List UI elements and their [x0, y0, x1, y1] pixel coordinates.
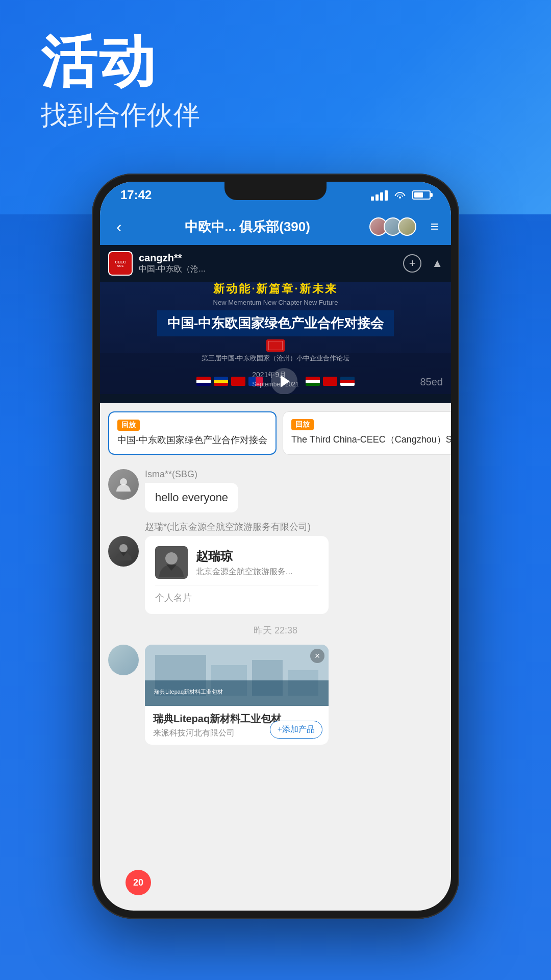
- business-card[interactable]: 赵瑞琼 北京金源全航空旅游服务... 个人名片: [145, 536, 329, 614]
- chat-area: Isma**(SBG) hello everyone 赵瑞*(北京金源全航空旅游…: [100, 463, 451, 759]
- flag-2: [214, 377, 228, 386]
- status-icons: [371, 189, 431, 201]
- chat-message-1: Isma**(SBG) hello everyone: [108, 469, 443, 512]
- video-collapse-button[interactable]: ▲: [432, 257, 443, 270]
- phone-frame: 17:42: [92, 174, 459, 919]
- nav-bar: ‹ 中欧中... 俱乐部(390) ≡: [100, 208, 451, 245]
- phone-notch: [224, 182, 327, 200]
- video-main-title: 中国-中东欧国家绿色产业合作对接会: [157, 310, 394, 336]
- svg-point-0: [120, 478, 127, 485]
- group-avatars: [369, 217, 416, 236]
- status-time: 17:42: [120, 188, 152, 202]
- time-divider: 昨天 22:38: [108, 624, 443, 636]
- chat-content-1: Isma**(SBG) hello everyone: [145, 469, 443, 512]
- video-id: 85ed: [420, 376, 443, 388]
- video-sub-section: [266, 339, 285, 352]
- chat-avatar-1: [108, 469, 139, 500]
- product-avatar: [108, 645, 139, 675]
- flag-3: [231, 377, 245, 386]
- flag-1: [196, 377, 211, 386]
- bc-username: 赵瑞*(北京金源全航空旅游服务有限公司): [145, 521, 443, 533]
- wifi-icon: [394, 189, 406, 201]
- tab-card-1[interactable]: 回放 中国-中东欧国家绿色产业合作对接会: [108, 411, 277, 455]
- chat-avatar-2: [108, 536, 139, 567]
- video-plus-button[interactable]: +: [403, 254, 421, 273]
- product-card[interactable]: 瑞典Litepaq新材料工业包材 × 瑞典Litepaq新材料工业包材 来派科技…: [145, 645, 329, 745]
- chat-bubble-1: hello everyone: [145, 483, 238, 512]
- header-subtitle: 找到合作伙伴: [41, 97, 200, 133]
- product-content: 瑞典Litepaq新材料工业包材 × 瑞典Litepaq新材料工业包材 来派科技…: [145, 645, 329, 745]
- china-logo: [266, 339, 285, 352]
- delete-button[interactable]: ×: [310, 649, 324, 663]
- battery-icon: [412, 190, 431, 200]
- bc-label: 个人名片: [155, 592, 318, 604]
- add-product-button[interactable]: +添加产品: [270, 721, 322, 739]
- phone-screen: 17:42: [100, 182, 451, 911]
- tab-badge-2: 回放: [291, 419, 314, 430]
- video-title-small-cn: 新动能·新篇章·新未来: [213, 282, 337, 297]
- video-title-small-en: New Mementum New Chapter New Future: [213, 299, 338, 306]
- video-content[interactable]: 新动能·新篇章·新未来 New Mementum New Chapter New…: [100, 282, 451, 394]
- tab-badge-1: 回放: [117, 420, 140, 431]
- flag-7: [340, 377, 355, 386]
- video-header: CEEC SME cangzh** 中国-中东欧（沧... + ▲: [100, 245, 451, 282]
- bc-name: 赵瑞琼: [196, 548, 318, 565]
- svg-point-1: [119, 544, 128, 552]
- svg-point-3: [165, 552, 178, 565]
- notification-badge[interactable]: 20: [126, 870, 151, 895]
- bc-company: 北京金源全航空旅游服务...: [196, 567, 318, 577]
- video-username: cangzh**: [139, 252, 397, 264]
- header-title: 活动: [41, 31, 200, 92]
- svg-text:瑞典Litepaq新材料工业包材: 瑞典Litepaq新材料工业包材: [154, 689, 223, 695]
- tab-card-2[interactable]: 回放 The Third China-CEEC（Cangzhou）SME Coo…: [283, 411, 451, 455]
- bc-avatar: [155, 546, 188, 579]
- signal-icon: [371, 189, 388, 201]
- tab-card-text-2: The Third China-CEEC（Cangzhou）SME Cooper…: [291, 433, 451, 446]
- video-area: CEEC SME cangzh** 中国-中东欧（沧... + ▲: [100, 245, 451, 403]
- avatar-3: [398, 217, 416, 236]
- product-message: 瑞典Litepaq新材料工业包材 × 瑞典Litepaq新材料工业包材 来派科技…: [108, 645, 443, 745]
- product-image: 瑞典Litepaq新材料工业包材 ×: [145, 645, 329, 706]
- video-org: 中国-中东欧（沧...: [139, 264, 397, 275]
- chat-text-1: hello everyone: [155, 491, 228, 504]
- menu-button[interactable]: ≡: [431, 218, 439, 235]
- video-year: 2021年9月 September, 2021: [252, 371, 298, 388]
- tab-cards-section: 回放 中国-中东欧国家绿色产业合作对接会 回放 The Third China-…: [100, 403, 451, 463]
- header-section: 活动 找到合作伙伴: [41, 31, 200, 133]
- nav-title: 中欧中... 俱乐部(390): [134, 218, 361, 236]
- video-sub-title: 第三届中国-中东欧国家（沧州）小中企业合作论坛: [202, 354, 349, 363]
- ceec-logo: CEEC SME: [108, 251, 133, 276]
- back-button[interactable]: ‹: [112, 213, 126, 240]
- video-user-info: cangzh** 中国-中东欧（沧...: [139, 252, 397, 275]
- flag-6: [323, 377, 337, 386]
- flag-5: [306, 377, 320, 386]
- tab-card-text-1: 中国-中东欧国家绿色产业合作对接会: [117, 434, 267, 447]
- chat-username-1: Isma**(SBG): [145, 469, 443, 480]
- chat-message-2: 赵瑞*(北京金源全航空旅游服务有限公司): [108, 521, 443, 614]
- phone-mockup: 17:42: [92, 174, 459, 929]
